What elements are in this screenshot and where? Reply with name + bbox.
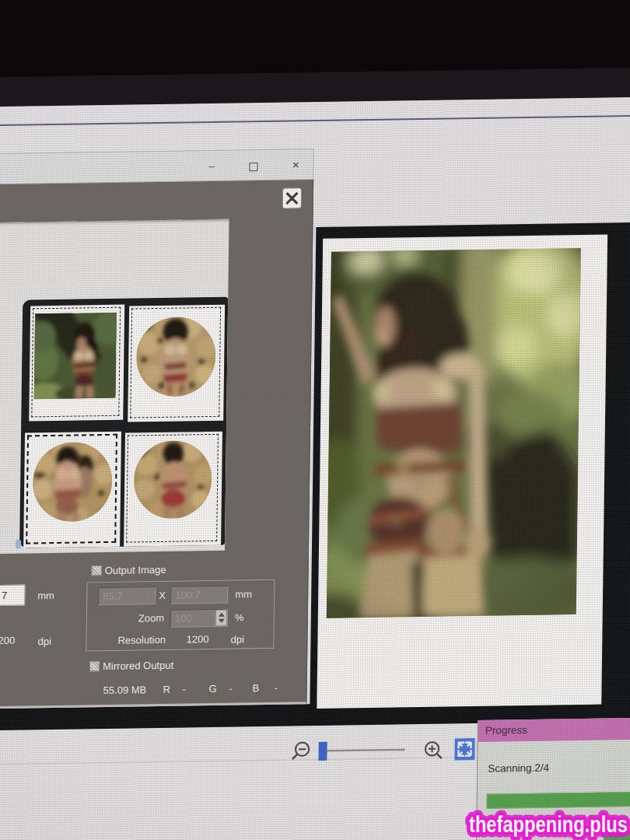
svg-text:thefappening.plus: thefappening.plus (469, 811, 628, 837)
